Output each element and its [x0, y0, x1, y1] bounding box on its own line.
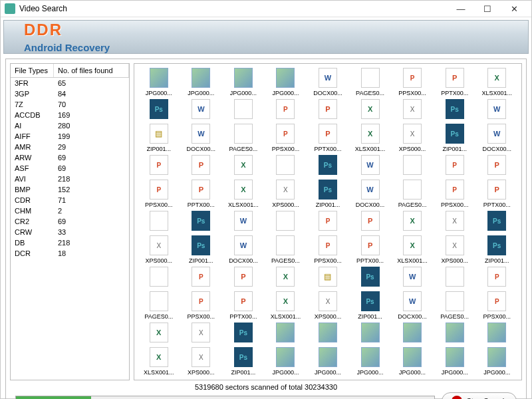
file-item[interactable]: JPG000... [138, 68, 180, 96]
file-item[interactable]: JPG000... [392, 347, 433, 376]
file-item[interactable] [223, 155, 264, 177]
files-panel[interactable]: JPG000...JPG000...JPG000...JPG000...DOCX… [134, 63, 522, 380]
file-item[interactable] [392, 155, 433, 177]
file-type-row[interactable]: AI280 [11, 120, 129, 131]
file-item[interactable]: PPTX00... [476, 180, 517, 208]
file-item[interactable] [265, 211, 307, 233]
file-item[interactable] [350, 155, 391, 177]
file-type-row[interactable]: CDR71 [11, 195, 129, 205]
file-type-row[interactable]: AVI218 [11, 174, 129, 184]
file-item[interactable]: XPS000... [138, 235, 180, 264]
file-item[interactable] [138, 99, 180, 121]
file-item[interactable]: PPTX00... [223, 291, 264, 320]
file-item[interactable] [223, 267, 264, 289]
file-item[interactable]: XPS000... [307, 291, 348, 320]
file-item[interactable]: ZIP001... [350, 291, 391, 320]
file-item[interactable] [138, 323, 180, 344]
file-item[interactable]: DOCX00... [307, 68, 348, 96]
file-item[interactable] [392, 99, 433, 121]
file-item[interactable]: PPSX00... [307, 235, 348, 264]
file-type-row[interactable]: 3GP84 [11, 88, 129, 99]
file-item[interactable]: PPTX00... [434, 68, 475, 96]
file-type-row[interactable]: DCR18 [11, 248, 129, 259]
file-item[interactable]: JPG000... [350, 347, 391, 376]
file-types-list[interactable]: 3FR653GP847Z70ACCDB169AI280AIFF199AMR29A… [11, 78, 129, 380]
file-type-row[interactable]: 3FR65 [11, 78, 129, 88]
file-item[interactable] [223, 99, 264, 121]
file-item[interactable] [307, 155, 348, 177]
file-item[interactable]: DOCX00... [476, 124, 517, 152]
file-type-row[interactable]: AMR29 [11, 142, 129, 152]
file-item[interactable] [434, 267, 475, 289]
file-type-row[interactable]: BMP152 [11, 184, 129, 195]
file-item[interactable] [307, 267, 348, 289]
file-item[interactable] [434, 211, 475, 233]
file-type-row[interactable]: AIFF199 [11, 131, 129, 142]
file-item[interactable] [265, 155, 307, 177]
file-item[interactable]: ZIP001... [476, 235, 517, 264]
file-item[interactable] [181, 155, 222, 177]
file-item[interactable]: DOCX00... [392, 291, 433, 320]
file-item[interactable] [434, 323, 475, 344]
col-file-types[interactable]: File Types [11, 64, 54, 77]
file-item[interactable]: XLSX001... [138, 347, 180, 376]
file-type-row[interactable]: CRW33 [11, 227, 129, 237]
col-file-count[interactable]: No. of files found [54, 64, 129, 77]
file-item[interactable] [138, 267, 180, 289]
file-item[interactable] [307, 211, 348, 233]
file-item[interactable] [181, 99, 222, 121]
file-item[interactable]: JPG000... [223, 68, 264, 96]
file-item[interactable]: ZIP001... [434, 124, 475, 152]
maximize-button[interactable]: ☐ [474, 1, 501, 17]
file-item[interactable]: JPG000... [181, 68, 222, 96]
file-item[interactable]: PAGES0... [223, 124, 264, 152]
file-item[interactable]: PPSX00... [434, 180, 475, 208]
file-item[interactable]: PAGES0... [434, 291, 475, 320]
file-item[interactable]: XPS000... [434, 235, 475, 264]
minimize-button[interactable]: — [448, 1, 474, 17]
file-item[interactable]: JPG000... [434, 347, 475, 376]
file-item[interactable] [392, 323, 433, 344]
file-type-row[interactable]: CHM2 [11, 205, 129, 216]
file-item[interactable]: XLSX001... [476, 68, 517, 96]
file-type-row[interactable]: 7Z70 [11, 99, 129, 110]
file-item[interactable] [476, 323, 517, 344]
file-item[interactable] [476, 211, 517, 233]
file-item[interactable] [350, 267, 391, 289]
file-item[interactable] [265, 267, 307, 289]
file-item[interactable] [476, 267, 517, 289]
file-item[interactable] [223, 211, 264, 233]
file-item[interactable]: XLSX001... [223, 180, 264, 208]
file-item[interactable] [350, 211, 391, 233]
file-item[interactable] [181, 323, 222, 344]
file-item[interactable]: PPSX00... [392, 68, 433, 96]
file-item[interactable]: XLSX001... [350, 124, 391, 152]
file-type-row[interactable]: DB218 [11, 237, 129, 248]
file-item[interactable]: ZIP001... [138, 124, 180, 152]
file-item[interactable]: PAGES0... [392, 180, 433, 208]
file-item[interactable]: DOCX00... [350, 180, 391, 208]
file-item[interactable]: JPG000... [307, 347, 348, 376]
file-type-row[interactable]: ASF69 [11, 163, 129, 174]
file-item[interactable] [350, 99, 391, 121]
file-item[interactable] [307, 99, 348, 121]
file-item[interactable]: DOCX00... [223, 235, 264, 264]
file-item[interactable]: PPSX00... [265, 124, 307, 152]
file-item[interactable]: XLSX001... [392, 235, 433, 264]
file-type-row[interactable]: CR269 [11, 216, 129, 227]
close-button[interactable]: ✕ [501, 1, 527, 17]
file-item[interactable]: ZIP001... [223, 347, 264, 376]
file-item[interactable]: PPTX00... [350, 235, 391, 264]
file-item[interactable]: XLSX001... [265, 291, 307, 320]
file-item[interactable] [350, 323, 391, 344]
file-item[interactable]: JPG000... [265, 347, 307, 376]
file-item[interactable]: ZIP001... [181, 235, 222, 264]
file-item[interactable]: XPS000... [392, 124, 433, 152]
file-item[interactable]: PPSX00... [138, 180, 180, 208]
file-item[interactable]: PAGES0... [350, 68, 391, 96]
file-item[interactable]: PPTX00... [307, 124, 348, 152]
file-item[interactable] [476, 99, 517, 121]
file-item[interactable]: XPS000... [265, 180, 307, 208]
file-item[interactable]: PAGES0... [265, 235, 307, 264]
file-item[interactable] [138, 211, 180, 233]
